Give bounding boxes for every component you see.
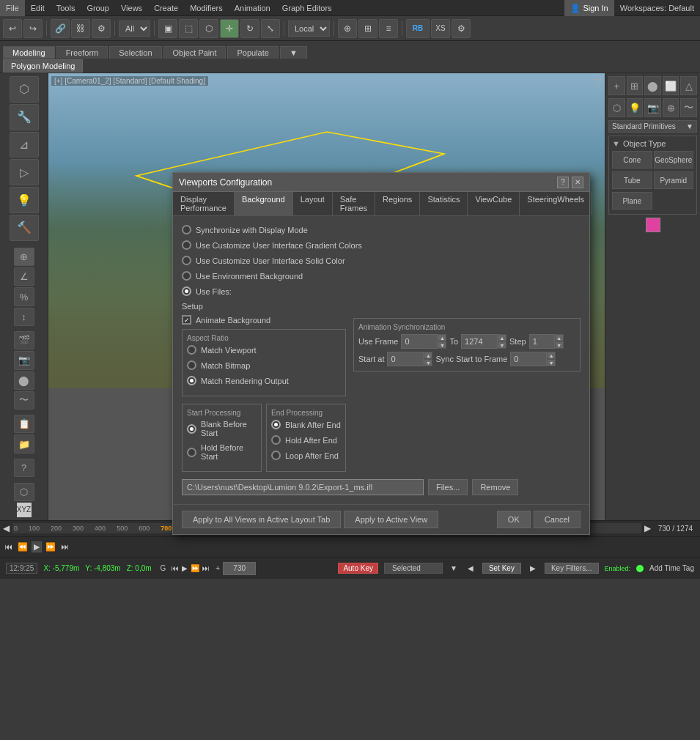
step-input[interactable] bbox=[529, 334, 555, 349]
dialog-tab-statistics[interactable]: Statistics bbox=[420, 192, 468, 215]
help-icon[interactable]: ? bbox=[14, 459, 34, 477]
axis-gizmo[interactable]: XYZ bbox=[17, 503, 32, 517]
next-frame-btn[interactable]: ⏩ bbox=[44, 542, 57, 552]
autokey-btn[interactable]: Auto Key bbox=[338, 563, 378, 574]
curve-editor-icon[interactable]: 〜 bbox=[14, 391, 34, 410]
to-input[interactable] bbox=[461, 334, 498, 349]
menu-edit[interactable]: Edit bbox=[25, 0, 51, 16]
bind-btn[interactable]: ⚙ bbox=[92, 19, 111, 38]
dialog-tab-viewcube[interactable]: ViewCube bbox=[468, 192, 520, 215]
next-anim-btn[interactable]: ▶ bbox=[527, 564, 539, 572]
aspect-render-btn[interactable] bbox=[187, 376, 196, 385]
nav-icon[interactable]: ⬡ bbox=[14, 483, 34, 501]
named-sets-btn[interactable]: XS bbox=[431, 19, 450, 38]
panel-helper-icon[interactable]: ⊕ bbox=[663, 98, 679, 117]
dialog-close-btn[interactable]: ✕ bbox=[572, 177, 583, 188]
settings-btn[interactable]: ⚙ bbox=[452, 19, 471, 38]
hold-after-end-btn[interactable] bbox=[271, 435, 281, 445]
hierarchy-icon[interactable]: ⊿ bbox=[10, 132, 39, 158]
loop-after-end-btn[interactable] bbox=[271, 451, 281, 460]
step-up[interactable]: ▲ bbox=[555, 334, 564, 341]
tab-more[interactable]: ▼ bbox=[280, 46, 307, 59]
tube-btn[interactable]: Tube bbox=[612, 171, 652, 189]
use-frame-input[interactable] bbox=[401, 334, 438, 349]
use-frame-up[interactable]: ▲ bbox=[438, 334, 446, 341]
menu-sign-in[interactable]: 👤 Sign In bbox=[564, 0, 614, 16]
coord-system[interactable]: Local bbox=[288, 21, 330, 37]
tab-freeform[interactable]: Freeform bbox=[56, 46, 108, 59]
move-btn[interactable]: ✛ bbox=[220, 19, 239, 38]
tab-selection[interactable]: Selection bbox=[109, 46, 161, 59]
menu-workspaces[interactable]: Workspaces: Default bbox=[614, 0, 700, 16]
cone-btn[interactable]: Cone bbox=[612, 151, 652, 169]
aspect-viewport-btn[interactable] bbox=[187, 345, 196, 355]
modify-icon[interactable]: 🔧 bbox=[10, 104, 39, 130]
remove-btn[interactable]: Remove bbox=[472, 479, 518, 495]
end-key-btn[interactable]: ⏭ bbox=[202, 564, 210, 572]
primitives-dropdown[interactable]: Standard Primitives ▼ bbox=[608, 120, 697, 133]
angle-snap-icon[interactable]: ∠ bbox=[14, 267, 34, 286]
to-up[interactable]: ▲ bbox=[498, 334, 506, 341]
sync-start-up[interactable]: ▲ bbox=[547, 352, 556, 359]
menu-graph-editors[interactable]: Graph Editors bbox=[276, 0, 338, 16]
panel-add-icon[interactable]: + bbox=[608, 76, 625, 95]
create-icon[interactable]: ⬡ bbox=[10, 76, 39, 103]
layer-btn[interactable]: RB bbox=[406, 19, 430, 38]
to-down[interactable]: ▼ bbox=[498, 341, 506, 349]
keyfilters-btn[interactable]: Key Filters... bbox=[545, 563, 599, 574]
tab-populate[interactable]: Populate bbox=[227, 46, 278, 59]
panel-circle-icon[interactable]: ⬤ bbox=[644, 76, 661, 95]
frame-input[interactable]: 730 bbox=[223, 562, 256, 575]
radio-customize-solid-btn[interactable] bbox=[182, 256, 191, 265]
rotate-btn[interactable]: ↻ bbox=[240, 19, 259, 38]
active-view-btn[interactable]: Apply to Active View bbox=[344, 511, 438, 528]
dialog-tab-steeringwheels[interactable]: SteeringWheels bbox=[520, 192, 592, 215]
sync-start-input[interactable] bbox=[510, 352, 547, 366]
selected-dropdown[interactable]: Selected bbox=[384, 563, 443, 574]
setkey-btn[interactable]: Set Key bbox=[482, 563, 521, 574]
use-frame-down[interactable]: ▼ bbox=[438, 341, 446, 349]
viewport-filter-icon[interactable]: ▽ bbox=[594, 76, 602, 88]
layer-explorer-icon[interactable]: 📁 bbox=[14, 434, 34, 453]
animate-bg-checkbox[interactable] bbox=[182, 315, 191, 325]
dialog-tab-display[interactable]: Display Performance bbox=[173, 192, 235, 215]
radio-use-environment-btn[interactable] bbox=[182, 271, 191, 281]
hold-before-start-btn[interactable] bbox=[187, 448, 196, 457]
material-editor-icon[interactable]: ⬤ bbox=[14, 371, 34, 390]
select-region-btn[interactable]: ⬚ bbox=[179, 19, 198, 38]
file-path-input[interactable] bbox=[182, 479, 424, 495]
dialog-tab-layout[interactable]: Layout bbox=[293, 192, 333, 215]
play-btn[interactable]: ▶ bbox=[32, 541, 42, 552]
redo-btn[interactable]: ↪ bbox=[23, 19, 43, 38]
all-views-btn[interactable]: Apply to All Views in Active Layout Tab bbox=[182, 511, 341, 528]
utilities-icon[interactable]: 🔨 bbox=[10, 215, 39, 241]
mirror-btn[interactable]: ⊞ bbox=[358, 19, 377, 38]
menu-file[interactable]: File bbox=[0, 0, 25, 16]
panel-light-icon[interactable]: 💡 bbox=[627, 98, 644, 117]
panel-cone-icon[interactable]: △ bbox=[680, 76, 697, 95]
play-end-btn[interactable]: ⏭ bbox=[59, 542, 70, 551]
dialog-tab-safeframes[interactable]: Safe Frames bbox=[333, 192, 375, 215]
menu-modifiers[interactable]: Modifiers bbox=[184, 0, 229, 16]
step-down[interactable]: ▼ bbox=[555, 341, 564, 349]
prev-anim-btn[interactable]: ◀ bbox=[465, 564, 476, 572]
timeline-left-arrow[interactable]: ◀ bbox=[3, 523, 10, 533]
radio-use-files-btn[interactable] bbox=[182, 286, 191, 296]
undo-btn[interactable]: ↩ bbox=[3, 19, 22, 38]
percent-snap-icon[interactable]: % bbox=[14, 287, 34, 306]
spinner-snap-icon[interactable]: ↕ bbox=[14, 308, 34, 326]
add-time-tag-btn[interactable]: Add Time Tag bbox=[649, 564, 694, 572]
geosphere-btn[interactable]: GeoSphere bbox=[654, 151, 694, 169]
start-at-up[interactable]: ▲ bbox=[424, 352, 432, 359]
render-icon[interactable]: 📷 bbox=[14, 351, 34, 369]
timeline-right-arrow[interactable]: ▶ bbox=[644, 523, 651, 533]
radio-sync-display-btn[interactable] bbox=[182, 225, 191, 234]
sync-start-down[interactable]: ▼ bbox=[547, 359, 556, 366]
files-btn[interactable]: Files... bbox=[428, 479, 468, 495]
select-filter[interactable]: All bbox=[119, 21, 150, 37]
pyramid-btn[interactable]: Pyramid bbox=[654, 171, 694, 189]
menu-create[interactable]: Create bbox=[148, 0, 184, 16]
panel-warp-icon[interactable]: 〜 bbox=[680, 98, 697, 117]
aspect-bitmap-btn[interactable] bbox=[187, 360, 196, 370]
next-frame-key-btn[interactable]: ⏩ bbox=[191, 564, 199, 572]
